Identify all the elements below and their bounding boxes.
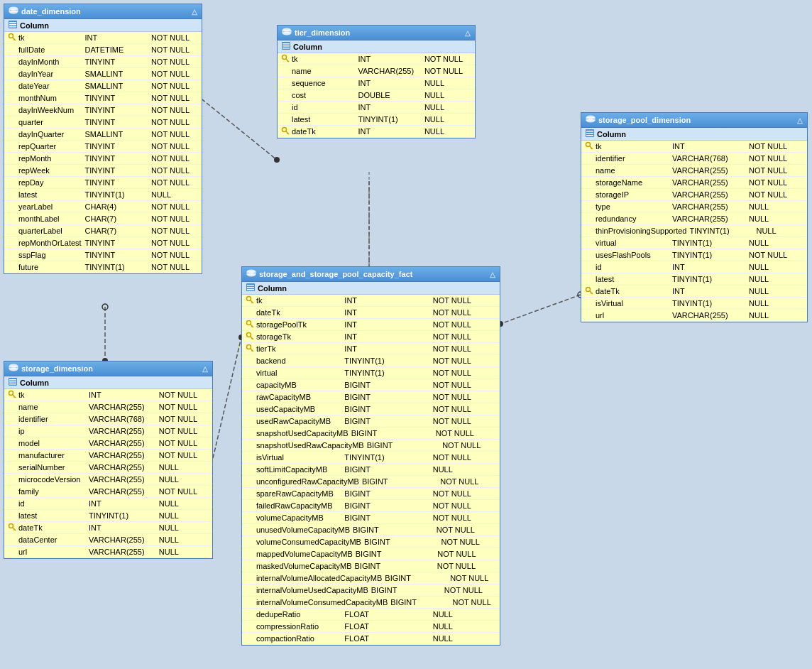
foreign-key-icon (245, 344, 255, 354)
column-type: BIGINT (359, 477, 437, 486)
table-row: repDayTINYINTNOT NULL (4, 177, 202, 189)
foreign-key-icon (280, 126, 290, 136)
column-nullable: NOT NULL (148, 142, 199, 151)
column-header-label: Column (258, 284, 287, 293)
column-name: latest (596, 275, 669, 283)
table-row: urlVARCHAR(255)NULL (581, 310, 807, 322)
table-row: volumeCapacityMBBIGINTNOT NULL (242, 512, 500, 524)
column-nullable: NULL (430, 610, 497, 619)
table-row: snapshotUsedRawCapacityMBBIGINTNOT NULL (242, 440, 500, 452)
column-type: VARCHAR(255) (86, 427, 156, 435)
column-type: TINYINT(1) (669, 299, 746, 308)
column-name: quarterLabel (18, 227, 82, 235)
table-header-storage_pool_dimension[interactable]: storage_pool_dimension△ (581, 113, 807, 128)
column-type: INT (86, 391, 156, 399)
column-nullable: NULL (746, 299, 804, 308)
column-name: isVirtual (256, 453, 341, 462)
svg-rect-78 (247, 287, 254, 288)
svg-line-8 (213, 337, 241, 458)
table-header-date_dimension[interactable]: date_dimension△ (4, 4, 202, 19)
column-nullable: NOT NULL (148, 45, 199, 54)
column-nullable: NULL (156, 523, 209, 532)
table-row: isVirtualTINYINT(1)NULL (581, 298, 807, 310)
resize-icon[interactable]: △ (490, 271, 495, 278)
column-nullable: NOT NULL (148, 227, 199, 235)
table-row: redundancyVARCHAR(255)NULL (581, 213, 807, 225)
column-type: BIGINT (352, 562, 434, 570)
column-nullable: NOT NULL (430, 393, 497, 401)
column-type: VARCHAR(255) (86, 439, 156, 447)
column-nullable: NULL (746, 202, 804, 211)
primary-key-icon (280, 54, 290, 64)
table-row: usedCapacityMBBIGINTNOT NULL (242, 403, 500, 415)
svg-point-50 (586, 143, 591, 147)
column-name: url (596, 311, 669, 320)
resize-icon[interactable]: △ (465, 29, 471, 37)
table-row: ipVARCHAR(255)NOT NULL (4, 425, 212, 437)
svg-rect-20 (9, 22, 16, 23)
column-type: TINYINT (82, 118, 148, 126)
svg-point-65 (9, 391, 13, 396)
table-row: compressionRatioFLOATNULL (242, 621, 500, 633)
resize-icon[interactable]: △ (192, 8, 197, 16)
column-type: TINYINT(1) (686, 227, 753, 235)
table-row: spareRawCapacityMBBIGINTNOT NULL (242, 488, 500, 500)
resize-icon[interactable]: △ (797, 116, 803, 124)
table-row: storageIPVARCHAR(255)NOT NULL (581, 189, 807, 201)
column-type: BIGINT (341, 381, 429, 389)
svg-point-83 (247, 321, 251, 325)
column-type: VARCHAR(255) (86, 403, 156, 411)
column-header: Column (4, 19, 202, 32)
table-row: storageNameVARCHAR(255)NOT NULL (581, 177, 807, 189)
svg-point-28 (282, 32, 291, 36)
column-name: model (18, 439, 86, 447)
column-header: Column (4, 376, 212, 389)
column-name: name (292, 67, 355, 75)
column-nullable: NOT NULL (156, 427, 209, 435)
column-name: dayInYear (18, 70, 82, 78)
database-icon (586, 115, 596, 125)
table-row: manufacturerVARCHAR(255)NOT NULL (4, 450, 212, 462)
database-icon (9, 6, 18, 16)
column-type: VARCHAR(768) (86, 415, 156, 423)
svg-point-1 (274, 157, 280, 163)
column-name: repWeek (18, 166, 82, 175)
column-type: TINYINT(1) (669, 251, 746, 259)
table-header-storage_dimension[interactable]: storage_dimension△ (4, 361, 212, 376)
column-name: maskedVolumeCapacityMB (256, 562, 352, 570)
resize-icon[interactable]: △ (202, 365, 208, 373)
column-type: TINYINT (82, 94, 148, 102)
column-name: family (18, 487, 86, 496)
table-row: tkINTNOT NULL (581, 141, 807, 153)
table-row: identifierVARCHAR(768)NOT NULL (581, 153, 807, 165)
column-name: quarter (18, 118, 82, 126)
table-row: latestTINYINT(1)NULL (278, 114, 475, 126)
column-name: virtual (256, 369, 341, 377)
column-nullable: NOT NULL (430, 381, 497, 389)
column-nullable: NULL (422, 79, 472, 87)
table-row: quarterLabelCHAR(7)NOT NULL (4, 225, 202, 237)
column-type: INT (669, 263, 746, 271)
column-header: Column (581, 128, 807, 141)
column-type: BIGINT (341, 417, 429, 425)
column-type: TINYINT(1) (82, 263, 148, 271)
column-name: repMonth (18, 154, 82, 163)
table-storage_dimension: storage_dimension△ColumntkINTNOT NULLnam… (4, 361, 213, 559)
column-header-label: Column (597, 130, 626, 138)
table-header-storage_and_storage_pool_capacity_fact[interactable]: storage_and_storage_pool_capacity_fact△ (242, 267, 500, 282)
column-name: internalVolumeConsumedCapacityMB (256, 598, 388, 607)
column-nullable: NOT NULL (434, 526, 497, 534)
column-nullable: NOT NULL (156, 403, 209, 411)
column-nullable: NOT NULL (430, 417, 497, 425)
column-name: dateYear (18, 82, 82, 90)
column-header-label: Column (20, 379, 49, 387)
column-type: BIGINT (388, 598, 449, 607)
column-nullable: NOT NULL (422, 55, 472, 63)
column-nullable: NOT NULL (430, 296, 497, 305)
svg-point-35 (282, 55, 287, 60)
table-header-tier_dimension[interactable]: tier_dimension△ (278, 26, 475, 40)
column-nullable: NOT NULL (148, 70, 199, 78)
column-type: CHAR(4) (82, 202, 148, 211)
column-type: INT (669, 142, 746, 151)
column-type: INT (355, 55, 421, 63)
